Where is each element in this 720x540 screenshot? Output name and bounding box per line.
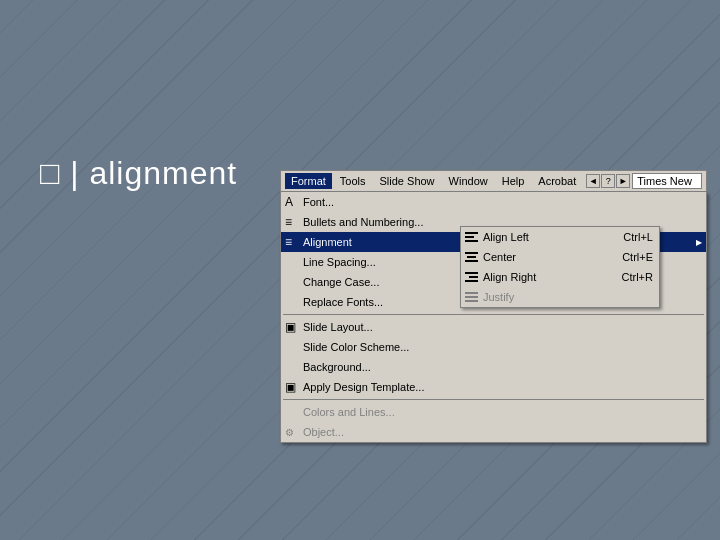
slide-layout-icon: ▣: [285, 320, 296, 334]
bullets-icon: ≡: [285, 215, 292, 229]
align-left-shortcut: Ctrl+L: [623, 231, 653, 243]
align-left-icon: [465, 232, 478, 242]
submenu-justify: Justify: [461, 287, 659, 307]
menu-item-slide-color[interactable]: Slide Color Scheme...: [281, 337, 706, 357]
menu-item-slide-layout[interactable]: ▣ Slide Layout...: [281, 317, 706, 337]
submenu-align-right[interactable]: Align Right Ctrl+R: [461, 267, 659, 287]
menu-item-background[interactable]: Background...: [281, 357, 706, 377]
align-right-icon: [465, 272, 478, 282]
menu-bar-format[interactable]: Format: [285, 173, 332, 189]
menu-bar-window[interactable]: Window: [443, 173, 494, 189]
font-display[interactable]: Times New: [632, 173, 702, 189]
apply-design-icon: ▣: [285, 380, 296, 394]
menu-bar-acrobat[interactable]: Acrobat: [532, 173, 582, 189]
menu-bar-help[interactable]: Help: [496, 173, 531, 189]
menu-item-object: ⚙ Object...: [281, 422, 706, 442]
menu-container: Format Tools Slide Show Window Help Acro…: [280, 170, 707, 443]
alignment-submenu: Align Left Ctrl+L Center Ctrl+E: [460, 226, 660, 308]
center-icon: [465, 252, 478, 262]
submenu-align-left[interactable]: Align Left Ctrl+L: [461, 227, 659, 247]
menu-bar-tools[interactable]: Tools: [334, 173, 372, 189]
slide-title: □ | alignment: [40, 155, 237, 192]
center-shortcut: Ctrl+E: [622, 251, 653, 263]
font-icon: A: [285, 195, 293, 209]
menu-item-colors-lines: Colors and Lines...: [281, 402, 706, 422]
toolbar-arrow-right[interactable]: ►: [616, 174, 630, 188]
toolbar-controls: ◄ ? ►: [586, 174, 630, 188]
alignment-icon: ≡: [285, 235, 292, 249]
object-icon: ⚙: [285, 427, 294, 438]
separator-1: [283, 314, 704, 315]
align-right-shortcut: Ctrl+R: [622, 271, 653, 283]
justify-icon: [465, 292, 478, 302]
separator-2: [283, 399, 704, 400]
menu-bar: Format Tools Slide Show Window Help Acro…: [280, 170, 707, 192]
menu-bar-slideshow[interactable]: Slide Show: [374, 173, 441, 189]
toolbar-question[interactable]: ?: [601, 174, 615, 188]
menu-item-apply-design[interactable]: ▣ Apply Design Template...: [281, 377, 706, 397]
menu-wrapper: Format Tools Slide Show Window Help Acro…: [280, 170, 707, 443]
menu-item-font[interactable]: A Font...: [281, 192, 706, 212]
toolbar-arrow-left[interactable]: ◄: [586, 174, 600, 188]
submenu-center[interactable]: Center Ctrl+E: [461, 247, 659, 267]
